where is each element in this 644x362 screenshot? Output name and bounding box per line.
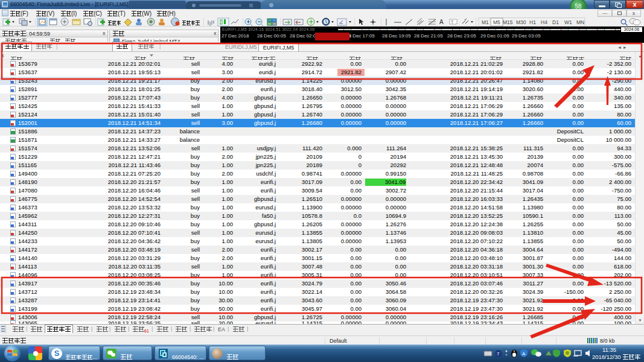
svg-text:A: A — [522, 351, 526, 357]
svg-text:A: A — [439, 19, 444, 25]
svg-text:W1: W1 — [564, 19, 572, 25]
svg-text:H4: H4 — [541, 19, 547, 25]
svg-text:D1: D1 — [552, 19, 559, 25]
svg-text:M5: M5 — [493, 19, 500, 25]
svg-text:T: T — [451, 20, 454, 24]
svg-text:M15: M15 — [503, 19, 513, 25]
svg-text:M1: M1 — [482, 19, 489, 25]
svg-text:MN: MN — [576, 19, 584, 25]
svg-text:H1: H1 — [529, 19, 536, 25]
svg-text:7: 7 — [497, 351, 500, 357]
svg-text:M30: M30 — [516, 19, 526, 25]
